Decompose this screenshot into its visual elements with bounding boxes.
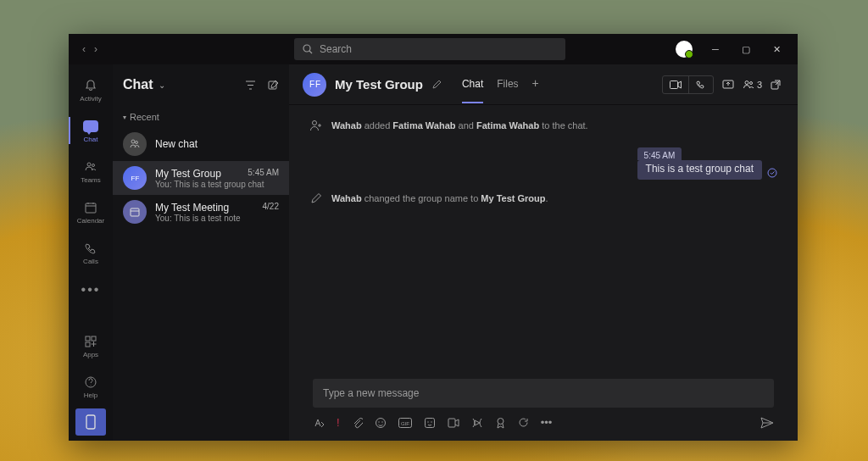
- svg-point-15: [136, 142, 138, 144]
- svg-rect-4: [86, 203, 96, 213]
- share-screen-button[interactable]: [719, 76, 737, 93]
- rail-apps[interactable]: Apps: [69, 327, 113, 364]
- compose-toolbar: ! GIF •••: [313, 416, 774, 429]
- priority-icon[interactable]: !: [337, 416, 340, 429]
- svg-point-25: [376, 418, 385, 427]
- svg-point-27: [381, 421, 382, 422]
- video-call-button[interactable]: [663, 76, 689, 93]
- minimize-button[interactable]: ─: [708, 42, 723, 57]
- calendar-icon: [83, 200, 98, 215]
- rail-teams[interactable]: Teams: [69, 153, 113, 190]
- chevron-down-icon[interactable]: ⌄: [159, 81, 165, 90]
- caret-down-icon: ▾: [123, 114, 126, 121]
- close-button[interactable]: ✕: [769, 42, 784, 57]
- emoji-icon[interactable]: [375, 417, 387, 429]
- teams-icon: [83, 159, 98, 175]
- read-indicator-icon: [767, 168, 777, 180]
- rail-mobile[interactable]: [75, 408, 106, 436]
- recent-section[interactable]: ▾ Recent: [113, 105, 289, 127]
- tab-files[interactable]: Files: [497, 66, 518, 103]
- phone-icon: [83, 241, 98, 256]
- participants-button[interactable]: 3: [743, 80, 762, 90]
- message-row: 5:45 AM This is a test group chat: [309, 147, 777, 180]
- svg-point-21: [749, 81, 752, 84]
- chat-item-group[interactable]: F F My Test Group 5:45 AM You: This is a…: [113, 161, 289, 195]
- attach-icon[interactable]: [352, 417, 363, 429]
- group-title: My Test Group: [335, 77, 423, 92]
- svg-point-32: [431, 421, 431, 422]
- chat-header: F F My Test Group Chat Files +: [289, 64, 798, 105]
- search-input[interactable]: Search: [294, 38, 565, 60]
- chat-list-title: Chat: [123, 77, 153, 92]
- svg-rect-9: [92, 336, 96, 341]
- mobile-icon: [86, 414, 96, 430]
- back-button[interactable]: ‹: [82, 43, 86, 55]
- pencil-icon: [309, 192, 323, 205]
- svg-rect-18: [670, 81, 677, 88]
- svg-rect-30: [425, 418, 434, 427]
- svg-point-24: [768, 169, 776, 177]
- new-chat-icon[interactable]: [268, 80, 279, 91]
- message-time: 5:45 AM: [637, 147, 682, 160]
- praise-icon[interactable]: [495, 417, 506, 429]
- header-group-avatar: F F: [303, 73, 326, 97]
- stream-icon[interactable]: [471, 417, 483, 429]
- new-chat-avatar: [123, 132, 147, 156]
- svg-point-31: [427, 421, 428, 422]
- rail-help[interactable]: Help: [69, 368, 113, 405]
- rail-more[interactable]: •••: [69, 275, 113, 305]
- svg-point-3: [92, 164, 95, 166]
- tab-chat[interactable]: Chat: [462, 66, 483, 103]
- svg-point-20: [745, 81, 748, 84]
- help-icon: [83, 375, 98, 390]
- search-icon: [303, 44, 313, 54]
- svg-rect-12: [86, 415, 95, 429]
- system-msg-added: Wahab added Fatima Wahab and Fatima Waha…: [309, 119, 777, 132]
- meeting-avatar: [123, 200, 147, 224]
- send-button[interactable]: [760, 417, 774, 429]
- forward-button[interactable]: ›: [94, 43, 97, 55]
- rail-activity[interactable]: Activity: [69, 71, 113, 108]
- svg-line-1: [309, 51, 312, 53]
- audio-call-button[interactable]: [689, 76, 713, 93]
- more-icon[interactable]: •••: [541, 416, 553, 429]
- rail-chat[interactable]: Chat: [69, 112, 113, 149]
- chat-icon: [83, 119, 98, 134]
- svg-point-26: [378, 421, 379, 422]
- maximize-button[interactable]: ▢: [738, 42, 754, 57]
- approvals-icon[interactable]: [518, 417, 529, 428]
- user-avatar[interactable]: [676, 41, 693, 58]
- filter-icon[interactable]: [245, 80, 256, 91]
- main-chat-area: F F My Test Group Chat Files +: [289, 64, 798, 441]
- svg-rect-16: [131, 208, 139, 216]
- search-placeholder: Search: [320, 43, 352, 55]
- svg-point-23: [313, 121, 317, 125]
- svg-rect-33: [448, 419, 455, 427]
- apps-icon: [83, 334, 98, 349]
- left-rail: Activity Chat Teams Calendar: [69, 64, 113, 441]
- format-icon[interactable]: [313, 417, 325, 429]
- sticker-icon[interactable]: [424, 417, 436, 429]
- popout-button[interactable]: [767, 76, 784, 93]
- messages-area: Wahab added Fatima Wahab and Fatima Waha…: [289, 105, 798, 370]
- rail-calendar[interactable]: Calendar: [69, 193, 113, 230]
- chat-item-meeting[interactable]: My Test Meeting 4/22 You: This is a test…: [113, 195, 289, 229]
- rail-calls[interactable]: Calls: [69, 234, 113, 271]
- message-bubble[interactable]: This is a test group chat: [637, 160, 762, 180]
- gif-icon[interactable]: GIF: [398, 418, 412, 428]
- message-input[interactable]: Type a new message: [313, 379, 774, 408]
- chat-list-header: Chat ⌄: [113, 64, 289, 105]
- system-msg-renamed: Wahab changed the group name to My Test …: [309, 192, 777, 205]
- meet-now-icon[interactable]: [448, 418, 459, 428]
- svg-text:GIF: GIF: [401, 420, 409, 425]
- people-icon: [743, 80, 754, 90]
- edit-title-icon[interactable]: [431, 80, 442, 90]
- group-avatar: F F: [123, 166, 147, 190]
- titlebar: ‹ › Search ─ ▢ ✕: [69, 34, 798, 64]
- svg-point-14: [131, 140, 135, 143]
- svg-point-0: [303, 45, 310, 52]
- add-tab-button[interactable]: +: [532, 66, 539, 103]
- svg-rect-10: [86, 342, 90, 347]
- svg-point-34: [498, 418, 504, 424]
- chat-item-new[interactable]: New chat: [113, 127, 289, 161]
